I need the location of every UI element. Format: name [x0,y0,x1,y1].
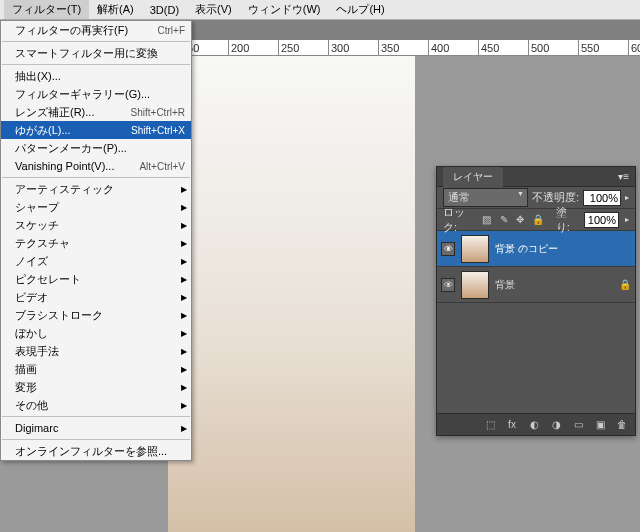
menu-item[interactable]: ゆがみ(L)...Shift+Ctrl+X [1,121,191,139]
lock-icon: 🔒 [619,279,631,290]
menu-shortcut: Shift+Ctrl+R [131,107,185,118]
menu-item-label: ノイズ [15,254,185,269]
menu-item-label: パターンメーカー(P)... [15,141,185,156]
submenu-arrow-icon: ▶ [181,203,187,212]
menu-item[interactable]: フィルターの再実行(F)Ctrl+F [1,21,191,39]
menu-item[interactable]: オンラインフィルターを参照... [1,442,191,460]
fill-input[interactable]: 100% [584,212,619,228]
adjustment-icon[interactable]: ◑ [549,418,563,432]
layer-row[interactable]: 👁背景 のコピー [437,231,635,267]
menu-shortcut: Ctrl+F [158,25,186,36]
menu-item[interactable]: シャープ▶ [1,198,191,216]
visibility-icon[interactable]: 👁 [441,242,455,256]
ruler-tick: 600 [628,40,640,56]
menu-item-label: Vanishing Point(V)... [15,160,139,172]
menu-item-label: アーティスティック [15,182,185,197]
ruler-tick: 200 [228,40,278,56]
menu-解析[interactable]: 解析(A) [89,0,142,19]
menu-item[interactable]: その他▶ [1,396,191,414]
menu-ウィンドウ[interactable]: ウィンドウ(W) [240,0,329,19]
submenu-arrow-icon: ▶ [181,221,187,230]
menu-item-label: その他 [15,398,185,413]
mask-icon[interactable]: ◐ [527,418,541,432]
menu-item[interactable]: テクスチャ▶ [1,234,191,252]
submenu-arrow-icon: ▶ [181,239,187,248]
menu-item[interactable]: Vanishing Point(V)...Alt+Ctrl+V [1,157,191,175]
ruler-tick: 250 [278,40,328,56]
menu-item-label: テクスチャ [15,236,185,251]
menu-item[interactable]: 表現手法▶ [1,342,191,360]
menu-item[interactable]: スケッチ▶ [1,216,191,234]
lock-all-icon[interactable]: 🔒 [532,214,544,226]
menu-item[interactable]: 抽出(X)... [1,67,191,85]
menu-item[interactable]: ぼかし▶ [1,324,191,342]
ruler-tick: 350 [378,40,428,56]
submenu-arrow-icon: ▶ [181,365,187,374]
menu-item[interactable]: Digimarc▶ [1,419,191,437]
menu-item[interactable]: パターンメーカー(P)... [1,139,191,157]
group-icon[interactable]: ▭ [571,418,585,432]
document-canvas[interactable] [168,56,415,532]
ruler-tick: 400 [428,40,478,56]
lock-pixels-icon[interactable]: ✎ [498,214,509,226]
menu-item[interactable]: ピクセレート▶ [1,270,191,288]
panel-tabbar: レイヤー ▾≡ [437,167,635,187]
menu-item[interactable]: レンズ補正(R)...Shift+Ctrl+R [1,103,191,121]
trash-icon[interactable]: 🗑 [615,418,629,432]
chevron-down-icon[interactable]: ▸ [625,215,629,224]
menu-表示[interactable]: 表示(V) [187,0,240,19]
menu-item[interactable]: ビデオ▶ [1,288,191,306]
layer-list: 👁背景 のコピー👁背景🔒 [437,231,635,303]
filter-dropdown: フィルターの再実行(F)Ctrl+Fスマートフィルター用に変換抽出(X)...フ… [0,20,192,461]
menu-item-label: ゆがみ(L)... [15,123,131,138]
menu-フィルター[interactable]: フィルター(T) [4,0,89,19]
lock-transparency-icon[interactable]: ▨ [481,214,492,226]
menu-item[interactable]: 変形▶ [1,378,191,396]
submenu-arrow-icon: ▶ [181,311,187,320]
menu-item-label: 変形 [15,380,185,395]
menu-item[interactable]: スマートフィルター用に変換 [1,44,191,62]
submenu-arrow-icon: ▶ [181,293,187,302]
panel-menu-icon[interactable]: ▾≡ [618,171,629,182]
menu-item-label: オンラインフィルターを参照... [15,444,185,459]
menu-3d[interactable]: 3D(D) [142,2,187,18]
tab-layers[interactable]: レイヤー [443,167,503,187]
menu-item[interactable]: フィルターギャラリー(G)... [1,85,191,103]
layer-thumbnail[interactable] [461,271,489,299]
submenu-arrow-icon: ▶ [181,347,187,356]
layer-name[interactable]: 背景 [495,278,613,292]
blend-mode-select[interactable]: 通常 [443,188,528,207]
menu-item[interactable]: アーティスティック▶ [1,180,191,198]
menu-shortcut: Shift+Ctrl+X [131,125,185,136]
menu-item-label: レンズ補正(R)... [15,105,131,120]
menu-item-label: Digimarc [15,422,185,434]
photo-image [168,56,415,532]
menu-item-label: ブラシストローク [15,308,185,323]
menu-item[interactable]: ブラシストローク▶ [1,306,191,324]
chevron-down-icon[interactable]: ▸ [625,193,629,202]
menu-item[interactable]: ノイズ▶ [1,252,191,270]
menu-item-label: スマートフィルター用に変換 [15,46,185,61]
layer-thumbnail[interactable] [461,235,489,263]
menu-item-label: ビデオ [15,290,185,305]
layers-panel: レイヤー ▾≡ 通常 不透明度: 100% ▸ ロック: ▨ ✎ ✥ 🔒 塗り:… [436,166,636,436]
menu-item-label: シャープ [15,200,185,215]
lock-label: ロック: [443,205,475,235]
submenu-arrow-icon: ▶ [181,383,187,392]
new-layer-icon[interactable]: ▣ [593,418,607,432]
layer-name[interactable]: 背景 のコピー [495,242,631,256]
menu-item-label: スケッチ [15,218,185,233]
submenu-arrow-icon: ▶ [181,329,187,338]
visibility-icon[interactable]: 👁 [441,278,455,292]
lock-position-icon[interactable]: ✥ [515,214,526,226]
submenu-arrow-icon: ▶ [181,424,187,433]
layer-row[interactable]: 👁背景🔒 [437,267,635,303]
opacity-input[interactable]: 100% [583,190,621,206]
menu-item[interactable]: 描画▶ [1,360,191,378]
link-icon[interactable]: ⬚ [483,418,497,432]
menu-ヘルプ[interactable]: ヘルプ(H) [328,0,392,19]
fx-icon[interactable]: fx [505,418,519,432]
menu-item-label: ぼかし [15,326,185,341]
lock-fill-row: ロック: ▨ ✎ ✥ 🔒 塗り: 100% ▸ [437,209,635,231]
panel-footer: ⬚ fx ◐ ◑ ▭ ▣ 🗑 [437,413,635,435]
